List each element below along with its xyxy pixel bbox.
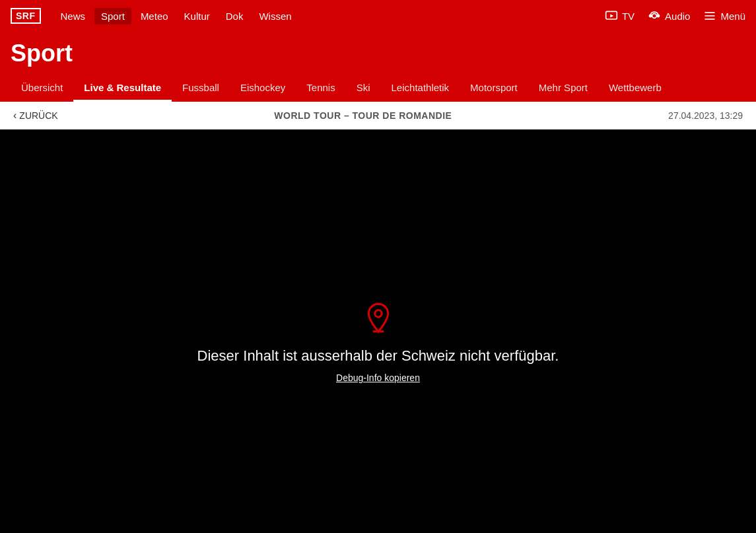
sport-title: Sport <box>11 40 745 75</box>
article-meta: ‹ ZURÜCK WORLD TOUR – TOUR DE ROMANDIE 2… <box>0 102 756 129</box>
sport-tab-ski[interactable]: Ski <box>346 75 381 102</box>
sport-tab-tennis[interactable]: Tennis <box>296 75 345 102</box>
svg-point-8 <box>374 310 381 317</box>
nav-link-sport[interactable]: Sport <box>94 8 131 24</box>
tv-label: TV <box>622 11 635 22</box>
article-category: WORLD TOUR – TOUR DE ROMANDIE <box>274 110 452 121</box>
sport-tab-fussball[interactable]: Fussball <box>172 75 230 102</box>
nav-link-meteo[interactable]: Meteo <box>134 8 175 24</box>
back-label: ZURÜCK <box>19 110 57 121</box>
menu-button[interactable]: Menü <box>703 9 745 22</box>
nav-link-news[interactable]: News <box>54 8 92 24</box>
content-area: ‹ ZURÜCK WORLD TOUR – TOUR DE ROMANDIE 2… <box>0 102 756 533</box>
audio-label: Audio <box>665 11 690 22</box>
menu-icon <box>703 9 716 22</box>
video-player: Dieser Inhalt ist ausserhalb der Schweiz… <box>0 129 756 533</box>
geo-restriction-icon <box>362 301 395 337</box>
audio-button[interactable]: Audio <box>648 9 690 22</box>
audio-icon <box>648 9 661 22</box>
sport-tab-live---resultate[interactable]: Live & Resultate <box>73 75 172 102</box>
sport-tab-mehr-sport[interactable]: Mehr Sport <box>528 75 598 102</box>
chevron-left-icon: ‹ <box>13 110 17 122</box>
menu-label: Menü <box>720 11 745 22</box>
tv-button[interactable]: TV <box>605 9 635 22</box>
unavailable-message: Dieser Inhalt ist ausserhalb der Schweiz… <box>197 347 559 365</box>
sport-tab-eishockey[interactable]: Eishockey <box>230 75 296 102</box>
sport-tab-leichtathletik[interactable]: Leichtathletik <box>381 75 460 102</box>
article-date: 27.04.2023, 13:29 <box>668 110 743 121</box>
back-button[interactable]: ‹ ZURÜCK <box>13 110 58 122</box>
nav-link-kultur[interactable]: Kultur <box>178 8 217 24</box>
srf-logo[interactable]: SRF <box>11 8 41 24</box>
sport-tab--bersicht[interactable]: Übersicht <box>11 75 73 102</box>
sport-tab-motorsport[interactable]: Motorsport <box>460 75 528 102</box>
top-navigation: SRF NewsSportMeteoKulturDokWissen TV Aud… <box>0 0 756 32</box>
nav-right: TV Audio Menü <box>605 9 745 22</box>
nav-links: NewsSportMeteoKulturDokWissen <box>54 8 605 24</box>
sport-header: Sport ÜbersichtLive & ResultateFussballE… <box>0 32 756 102</box>
nav-link-dok[interactable]: Dok <box>219 8 250 24</box>
svg-point-2 <box>652 14 657 18</box>
debug-copy-button[interactable]: Debug-Info kopieren <box>336 373 420 383</box>
tv-icon <box>605 9 618 22</box>
sport-tabs: ÜbersichtLive & ResultateFussballEishock… <box>11 75 745 102</box>
svg-point-4 <box>657 15 659 17</box>
nav-link-wissen[interactable]: Wissen <box>252 8 298 24</box>
svg-marker-1 <box>610 15 613 18</box>
sport-tab-wettbewerb[interactable]: Wettbewerb <box>598 75 672 102</box>
svg-point-3 <box>650 15 652 17</box>
